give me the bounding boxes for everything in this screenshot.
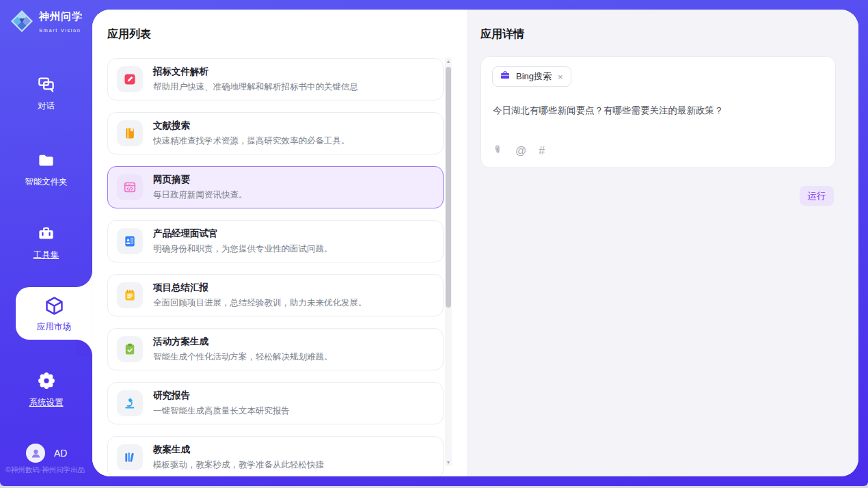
- copyright-text: ©神州数码·神州问学出品: [5, 465, 85, 475]
- microscope-icon: [117, 390, 143, 416]
- item-desc: 快速精准查找学术资源，提高研究效率的必备工具。: [153, 135, 350, 147]
- item-name: 研究报告: [153, 390, 290, 402]
- list-item-literature-search[interactable]: 文献搜索 快速精准查找学术资源，提高研究效率的必备工具。: [107, 112, 444, 154]
- avatar: [26, 444, 45, 463]
- person-icon: [30, 448, 42, 459]
- item-name: 活动方案生成: [153, 336, 333, 348]
- toolbox-icon: [37, 224, 55, 245]
- list-item-web-summary[interactable]: 网页摘要 每日政府新闻资讯快查。: [107, 166, 444, 208]
- interviewer-doc-icon: [117, 228, 143, 254]
- app-list-title: 应用列表: [107, 27, 151, 42]
- tool-tag-label: Bing搜索: [516, 70, 552, 83]
- app-list-panel: 应用列表 招标文件解析 帮助用户快速、准确地理解和解析招标书中的关键信息: [92, 10, 467, 476]
- brand-subtitle: Smart Vision: [39, 27, 81, 33]
- sidebar-item-app-market[interactable]: 应用市场: [16, 287, 92, 340]
- user-initials: AD: [54, 448, 67, 459]
- list-item-pm-interviewer[interactable]: 产品经理面试官 明确身份和职责，为您提供专业性的面试问题。: [107, 220, 444, 262]
- scrollbar-thumb[interactable]: [446, 67, 451, 308]
- item-name: 产品经理面试官: [153, 228, 333, 240]
- list-item-bid-document-parsing[interactable]: 招标文件解析 帮助用户快速、准确地理解和解析招标书中的关键信息: [107, 58, 444, 100]
- sidebar-item-label: 对话: [0, 100, 92, 112]
- browser-code-icon: [117, 174, 143, 200]
- app-detail-title: 应用详情: [480, 27, 524, 42]
- brand-name: 神州问学: [39, 10, 83, 22]
- user-profile[interactable]: AD: [26, 444, 67, 463]
- prompt-text[interactable]: 今日湖北有哪些新闻要点？有哪些需要关注的最新政策？: [493, 105, 824, 117]
- sidebar-item-label: 智能文件夹: [0, 176, 92, 188]
- sidebar-item-chat[interactable]: 对话: [0, 75, 92, 112]
- prompt-card[interactable]: Bing搜索 × 今日湖北有哪些新闻要点？有哪些需要关注的最新政策？ @ #: [480, 56, 836, 168]
- sidebar-item-label: 应用市场: [16, 321, 92, 333]
- diamond-gem-icon: [10, 9, 34, 36]
- list-item-project-summary[interactable]: 项目总结汇报 全面回顾项目进展，总结经验教训，助力未来优化发展。: [107, 274, 444, 316]
- item-desc: 每日政府新闻资讯快查。: [153, 189, 247, 201]
- edit-square-icon: [117, 66, 143, 92]
- item-desc: 全面回顾项目进展，总结经验教训，助力未来优化发展。: [153, 297, 367, 309]
- sidebar-item-label: 系统设置: [0, 397, 92, 409]
- at-icon[interactable]: @: [515, 146, 526, 157]
- sidebar-item-toolset[interactable]: 工具集: [0, 224, 92, 261]
- chat-icon: [37, 75, 55, 96]
- item-desc: 明确身份和职责，为您提供专业性的面试问题。: [153, 243, 333, 255]
- book-icon: [117, 120, 143, 146]
- hash-icon[interactable]: #: [539, 146, 545, 157]
- item-name: 项目总结汇报: [153, 282, 367, 294]
- list-item-research-report[interactable]: 研究报告 一键智能生成高质量长文本研究报告: [107, 382, 444, 424]
- composer-toolbar: @ #: [492, 144, 545, 159]
- app-list: 招标文件解析 帮助用户快速、准确地理解和解析招标书中的关键信息 文献搜索: [107, 58, 444, 476]
- main-surface: 应用列表 招标文件解析 帮助用户快速、准确地理解和解析招标书中的关键信息: [92, 10, 858, 476]
- gear-icon: [37, 371, 56, 393]
- item-desc: 一键智能生成高质量长文本研究报告: [153, 405, 290, 417]
- folder-icon: [37, 151, 55, 172]
- item-name: 网页摘要: [153, 174, 247, 186]
- scroll-up-icon[interactable]: ▲: [445, 59, 452, 64]
- item-name: 文献搜索: [153, 120, 350, 132]
- close-icon[interactable]: ×: [557, 72, 564, 82]
- tool-tag-bing-search[interactable]: Bing搜索 ×: [492, 66, 571, 87]
- sidebar: 神州问学 Smart Vision 对话 智能文件夹: [0, 0, 92, 486]
- brand-logo: 神州问学 Smart Vision: [10, 9, 92, 36]
- list-scrollbar[interactable]: ▲ ▼: [445, 57, 452, 466]
- scroll-down-icon[interactable]: ▼: [445, 460, 452, 465]
- item-name: 教案生成: [153, 444, 324, 456]
- item-name: 招标文件解析: [153, 66, 358, 78]
- item-desc: 智能生成个性化活动方案，轻松解决规划难题。: [153, 351, 333, 363]
- books-icon: [117, 444, 143, 470]
- sidebar-item-smart-folder[interactable]: 智能文件夹: [0, 151, 92, 188]
- app-window: 神州问学 Smart Vision 对话 智能文件夹: [0, 0, 868, 488]
- clipboard-check-icon: [117, 336, 143, 362]
- briefcase-icon: [500, 70, 511, 83]
- cube-icon: [44, 295, 65, 319]
- run-button[interactable]: 运行: [800, 186, 834, 206]
- item-desc: 模板驱动，教案秒成，教学准备从此轻松快捷: [153, 459, 324, 471]
- sidebar-item-label: 工具集: [0, 249, 92, 261]
- list-item-lesson-plan[interactable]: 教案生成 模板驱动，教案秒成，教学准备从此轻松快捷: [107, 436, 444, 476]
- item-desc: 帮助用户快速、准确地理解和解析招标书中的关键信息: [153, 81, 358, 93]
- list-item-event-plan[interactable]: 活动方案生成 智能生成个性化活动方案，轻松解决规划难题。: [107, 328, 444, 370]
- sidebar-item-settings[interactable]: 系统设置: [0, 371, 92, 409]
- paperclip-icon[interactable]: [492, 144, 503, 159]
- memo-icon: [117, 282, 143, 308]
- app-detail-panel: 应用详情 Bing搜索 × 今日湖北有哪些新闻要点？有哪些需要关注的最新政策？: [467, 10, 858, 476]
